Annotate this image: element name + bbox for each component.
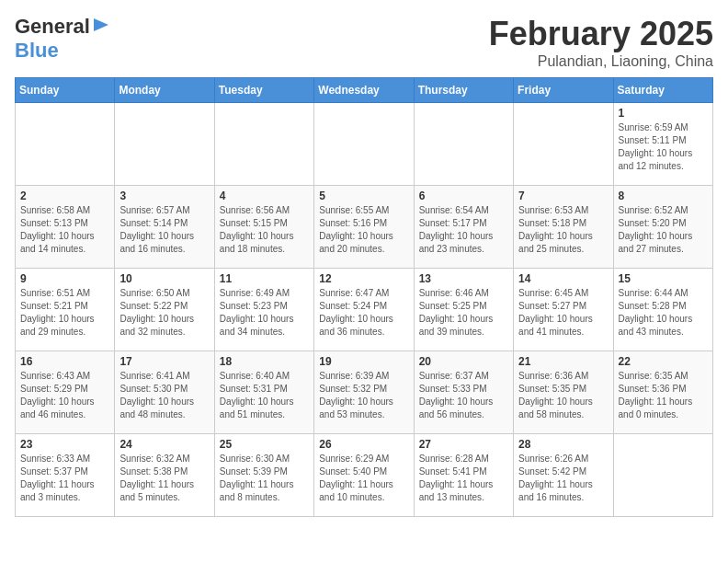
calendar-cell: 24Sunrise: 6:32 AM Sunset: 5:38 PM Dayli… [115,434,214,517]
title-block: February 2025 Pulandian, Liaoning, China [489,15,713,70]
calendar-week-row: 1Sunrise: 6:59 AM Sunset: 5:11 PM Daylig… [16,103,713,186]
cell-date: 7 [518,190,608,202]
svg-marker-0 [94,18,108,31]
cell-date: 25 [220,438,309,451]
logo-arrow-icon [92,16,110,34]
calendar-week-row: 16Sunrise: 6:43 AM Sunset: 5:29 PM Dayli… [16,351,713,434]
cell-date: 1 [619,107,708,120]
calendar-header-row: SundayMondayTuesdayWednesdayThursdayFrid… [16,78,713,103]
calendar-cell: 19Sunrise: 6:39 AM Sunset: 5:32 PM Dayli… [314,351,414,434]
calendar-week-row: 2Sunrise: 6:58 AM Sunset: 5:13 PM Daylig… [16,186,713,269]
cell-info: Sunrise: 6:50 AM Sunset: 5:22 PM Dayligh… [119,287,209,339]
calendar-cell [115,103,214,186]
day-header-sunday: Sunday [16,78,115,103]
cell-info: Sunrise: 6:29 AM Sunset: 5:40 PM Dayligh… [319,453,408,504]
logo-general: General [15,15,90,39]
cell-date: 23 [20,438,109,451]
calendar-cell: 20Sunrise: 6:37 AM Sunset: 5:33 PM Dayli… [414,351,513,434]
calendar-cell: 16Sunrise: 6:43 AM Sunset: 5:29 PM Dayli… [16,351,115,434]
cell-info: Sunrise: 6:53 AM Sunset: 5:18 PM Dayligh… [518,204,608,256]
cell-info: Sunrise: 6:54 AM Sunset: 5:17 PM Dayligh… [419,204,508,256]
cell-date: 3 [119,190,209,202]
cell-info: Sunrise: 6:44 AM Sunset: 5:28 PM Dayligh… [619,287,708,339]
cell-info: Sunrise: 6:35 AM Sunset: 5:36 PM Dayligh… [619,370,708,421]
cell-date: 22 [619,355,708,368]
cell-info: Sunrise: 6:32 AM Sunset: 5:38 PM Dayligh… [119,453,209,504]
cell-date: 20 [419,355,508,368]
calendar-cell: 3Sunrise: 6:57 AM Sunset: 5:14 PM Daylig… [115,186,214,269]
cell-info: Sunrise: 6:36 AM Sunset: 5:35 PM Dayligh… [518,370,608,421]
cell-date: 18 [220,355,309,368]
cell-info: Sunrise: 6:55 AM Sunset: 5:16 PM Dayligh… [319,204,408,256]
day-header-thursday: Thursday [414,78,513,103]
calendar-cell [16,103,115,186]
calendar-cell: 6Sunrise: 6:54 AM Sunset: 5:17 PM Daylig… [414,186,513,269]
calendar-cell [613,434,712,517]
calendar-cell: 2Sunrise: 6:58 AM Sunset: 5:13 PM Daylig… [16,186,115,269]
cell-date: 2 [20,190,109,202]
cell-info: Sunrise: 6:33 AM Sunset: 5:37 PM Dayligh… [20,453,109,504]
calendar-cell: 25Sunrise: 6:30 AM Sunset: 5:39 PM Dayli… [214,434,313,517]
cell-date: 16 [20,355,109,368]
cell-date: 28 [518,438,608,451]
day-header-friday: Friday [514,78,613,103]
cell-date: 5 [319,190,408,202]
cell-date: 9 [20,272,109,285]
cell-date: 12 [319,272,408,285]
cell-info: Sunrise: 6:41 AM Sunset: 5:30 PM Dayligh… [119,370,209,421]
cell-info: Sunrise: 6:46 AM Sunset: 5:25 PM Dayligh… [419,287,508,339]
calendar-cell: 26Sunrise: 6:29 AM Sunset: 5:40 PM Dayli… [314,434,414,517]
page-header: General Blue February 2025 Pulandian, Li… [15,15,713,70]
cell-info: Sunrise: 6:45 AM Sunset: 5:27 PM Dayligh… [518,287,608,339]
calendar-cell: 8Sunrise: 6:52 AM Sunset: 5:20 PM Daylig… [613,186,712,269]
calendar-week-row: 9Sunrise: 6:51 AM Sunset: 5:21 PM Daylig… [16,269,713,351]
cell-info: Sunrise: 6:37 AM Sunset: 5:33 PM Dayligh… [419,370,508,421]
cell-date: 6 [419,190,508,202]
calendar-table: SundayMondayTuesdayWednesdayThursdayFrid… [15,77,713,517]
cell-info: Sunrise: 6:59 AM Sunset: 5:11 PM Dayligh… [619,121,708,173]
calendar-cell: 15Sunrise: 6:44 AM Sunset: 5:28 PM Dayli… [613,269,712,351]
cell-date: 14 [518,272,608,285]
cell-info: Sunrise: 6:57 AM Sunset: 5:14 PM Dayligh… [119,204,209,256]
cell-date: 11 [220,272,309,285]
cell-info: Sunrise: 6:58 AM Sunset: 5:13 PM Dayligh… [20,204,109,256]
calendar-cell [314,103,414,186]
cell-info: Sunrise: 6:26 AM Sunset: 5:42 PM Dayligh… [518,453,608,504]
cell-date: 8 [619,190,708,202]
cell-info: Sunrise: 6:47 AM Sunset: 5:24 PM Dayligh… [319,287,408,339]
calendar-cell [414,103,513,186]
calendar-cell [514,103,613,186]
calendar-cell: 9Sunrise: 6:51 AM Sunset: 5:21 PM Daylig… [16,269,115,351]
calendar-cell: 17Sunrise: 6:41 AM Sunset: 5:30 PM Dayli… [115,351,214,434]
calendar-week-row: 23Sunrise: 6:33 AM Sunset: 5:37 PM Dayli… [16,434,713,517]
calendar-cell: 23Sunrise: 6:33 AM Sunset: 5:37 PM Dayli… [16,434,115,517]
day-header-wednesday: Wednesday [314,78,414,103]
calendar-cell: 18Sunrise: 6:40 AM Sunset: 5:31 PM Dayli… [214,351,313,434]
day-header-saturday: Saturday [613,78,712,103]
cell-date: 26 [319,438,408,451]
cell-info: Sunrise: 6:56 AM Sunset: 5:15 PM Dayligh… [220,204,309,256]
calendar-cell: 7Sunrise: 6:53 AM Sunset: 5:18 PM Daylig… [514,186,613,269]
calendar-cell [214,103,313,186]
calendar-subtitle: Pulandian, Liaoning, China [489,53,713,70]
calendar-cell: 12Sunrise: 6:47 AM Sunset: 5:24 PM Dayli… [314,269,414,351]
cell-date: 24 [119,438,209,451]
cell-date: 19 [319,355,408,368]
logo-blue: Blue [15,39,59,62]
cell-date: 15 [619,272,708,285]
calendar-cell: 5Sunrise: 6:55 AM Sunset: 5:16 PM Daylig… [314,186,414,269]
cell-date: 4 [220,190,309,202]
cell-info: Sunrise: 6:39 AM Sunset: 5:32 PM Dayligh… [319,370,408,421]
calendar-cell: 22Sunrise: 6:35 AM Sunset: 5:36 PM Dayli… [613,351,712,434]
calendar-cell: 28Sunrise: 6:26 AM Sunset: 5:42 PM Dayli… [514,434,613,517]
calendar-cell: 4Sunrise: 6:56 AM Sunset: 5:15 PM Daylig… [214,186,313,269]
calendar-cell: 1Sunrise: 6:59 AM Sunset: 5:11 PM Daylig… [613,103,712,186]
cell-date: 13 [419,272,508,285]
calendar-cell: 10Sunrise: 6:50 AM Sunset: 5:22 PM Dayli… [115,269,214,351]
calendar-cell: 21Sunrise: 6:36 AM Sunset: 5:35 PM Dayli… [514,351,613,434]
calendar-cell: 14Sunrise: 6:45 AM Sunset: 5:27 PM Dayli… [514,269,613,351]
cell-date: 10 [119,272,209,285]
cell-info: Sunrise: 6:43 AM Sunset: 5:29 PM Dayligh… [20,370,109,421]
cell-date: 27 [419,438,508,451]
cell-info: Sunrise: 6:52 AM Sunset: 5:20 PM Dayligh… [619,204,708,256]
